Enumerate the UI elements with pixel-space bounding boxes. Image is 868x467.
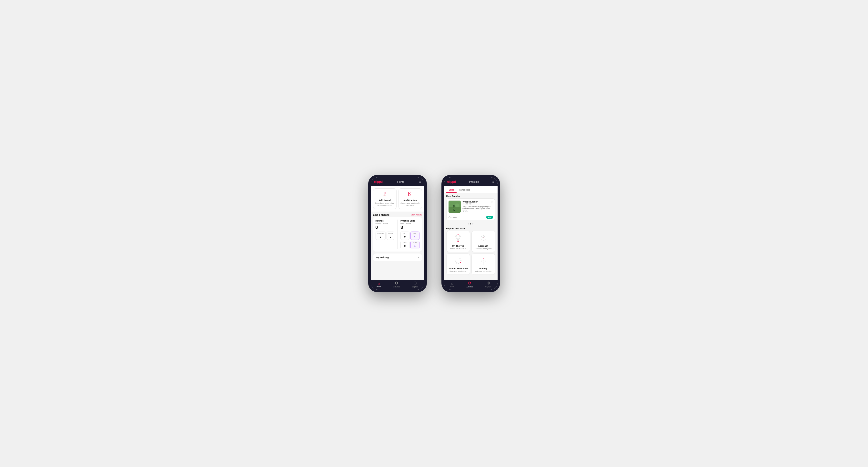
carousel-dots bbox=[444, 222, 498, 225]
drill-card-wedge-ladder[interactable]: Wedge Ladder ☆ 50–100 yds Play 1 shot at… bbox=[446, 198, 495, 220]
putting-desc: Make and lag practice bbox=[475, 270, 492, 272]
ott-label: OTT bbox=[402, 233, 408, 234]
activities-nav-label: Activities bbox=[393, 286, 400, 288]
practice-nav-home[interactable]: ⌂ Home bbox=[450, 281, 454, 288]
practice-label: Practice bbox=[388, 233, 393, 234]
capture-nav-label: Capture bbox=[412, 286, 418, 288]
approach-desc: Dial-in to hit the green bbox=[475, 248, 492, 249]
golf-bag-chevron: › bbox=[418, 256, 419, 259]
svg-point-42 bbox=[483, 259, 484, 260]
putting-name: Putting bbox=[479, 268, 487, 270]
skill-around-green[interactable]: Around The Green Hone your short game bbox=[446, 253, 470, 275]
svg-point-11 bbox=[455, 204, 459, 208]
home-title: Home bbox=[397, 180, 404, 183]
svg-point-43 bbox=[483, 261, 484, 262]
svg-point-4 bbox=[409, 193, 411, 194]
drill-footer: 9 shots APP bbox=[446, 215, 495, 220]
rounds-col: Rounds Rounds Capture 0 Tournament 0 Pra… bbox=[376, 220, 395, 249]
off-the-tee-desc: Power and accuracy bbox=[450, 248, 466, 249]
drill-thumbnail bbox=[448, 200, 461, 213]
tab-drills[interactable]: Drills bbox=[446, 187, 457, 193]
home-screen-content: Add Round Record your shots in fast or e… bbox=[371, 186, 424, 280]
drill-badge: APP bbox=[486, 216, 493, 219]
add-practice-card[interactable]: Add Practice Capture your practice off-t… bbox=[399, 188, 422, 209]
around-green-name: Around The Green bbox=[448, 268, 468, 270]
tab-favourites[interactable]: Favourites bbox=[457, 187, 473, 193]
home-bottom-nav: ⌂ Home Activities Capture bbox=[371, 280, 424, 290]
putt-value: 4 bbox=[414, 245, 415, 247]
phone-practice: clippd Practice ≡ Drills Favourites Most… bbox=[441, 175, 500, 292]
practice-menu-icon[interactable]: ≡ bbox=[492, 180, 494, 184]
practice-capture-nav-icon bbox=[487, 281, 490, 285]
home-nav-icon: ⌂ bbox=[378, 281, 380, 285]
svg-point-46 bbox=[481, 260, 482, 261]
nav-home[interactable]: ⌂ Home bbox=[376, 281, 381, 288]
drills-capture-label: Drills Capture bbox=[400, 223, 420, 224]
off-the-tee-icon-area bbox=[453, 234, 463, 243]
view-activity-link[interactable]: View Activity bbox=[411, 214, 422, 216]
drills-col: Practice Drills Drills Capture 8 OTT 0 A… bbox=[400, 220, 420, 249]
quick-actions-section: Add Round Record your shots in fast or e… bbox=[371, 186, 424, 212]
svg-point-35 bbox=[460, 258, 461, 259]
home-menu-icon[interactable]: ≡ bbox=[419, 180, 421, 184]
putting-icon-area bbox=[478, 256, 488, 266]
rounds-sub-stats: Tournament 0 Practice 0 bbox=[376, 231, 395, 240]
my-golf-bag-label: My Golf Bag bbox=[376, 256, 389, 259]
practice-screen-content: Most Popular bbox=[444, 193, 498, 280]
tournament-value: 0 bbox=[380, 236, 381, 238]
phone-home: clippd Home ≡ bbox=[368, 175, 427, 292]
practice-activities-nav-label: Activities bbox=[467, 286, 473, 288]
dot-2[interactable] bbox=[470, 223, 471, 224]
practice-home-nav-icon: ⌂ bbox=[451, 281, 453, 285]
favourite-star-icon[interactable]: ☆ bbox=[491, 200, 493, 203]
svg-point-38 bbox=[458, 263, 459, 264]
stats-title: Last 3 Months bbox=[373, 214, 390, 216]
home-logo: clippd bbox=[374, 180, 383, 184]
add-round-card[interactable]: Add Round Record your shots in fast or e… bbox=[373, 188, 397, 209]
svg-point-12 bbox=[453, 205, 455, 207]
practice-nav-capture[interactable]: Capture bbox=[485, 281, 492, 288]
svg-rect-10 bbox=[448, 207, 461, 213]
rounds-capture-label: Rounds Capture bbox=[376, 223, 395, 224]
skill-off-the-tee[interactable]: Off The Tee Power and accuracy bbox=[446, 231, 470, 252]
dot-3[interactable] bbox=[472, 223, 473, 224]
practice-activities-nav-icon bbox=[468, 281, 471, 285]
arg-stat: ARG 0 bbox=[400, 241, 409, 249]
drill-title: Wedge Ladder bbox=[463, 200, 478, 203]
ott-value: 0 bbox=[404, 236, 406, 238]
add-practice-desc: Capture your practice off-the-course bbox=[400, 202, 420, 207]
practice-bottom-nav: ⌂ Home Activities Capture bbox=[444, 280, 498, 290]
my-golf-bag-item[interactable]: My Golf Bag › bbox=[373, 253, 422, 261]
svg-point-31 bbox=[485, 239, 486, 240]
svg-marker-2 bbox=[385, 192, 386, 194]
add-practice-icon bbox=[407, 191, 413, 198]
practice-value: 0 bbox=[390, 236, 391, 238]
nav-capture[interactable]: Capture bbox=[412, 281, 418, 288]
svg-point-23 bbox=[458, 241, 459, 242]
app-stat: APP 4 bbox=[410, 231, 420, 240]
skill-putting[interactable]: Putting Make and lag practice bbox=[471, 253, 495, 275]
practice-nav-activities[interactable]: Activities bbox=[467, 281, 473, 288]
drill-description: Play 1 shot at each target yardage. If y… bbox=[463, 206, 493, 212]
around-green-desc: Hone your short game bbox=[450, 270, 466, 272]
add-round-icon bbox=[382, 191, 388, 198]
drill-subtitle: 50–100 yds bbox=[463, 203, 493, 205]
arg-value: 0 bbox=[404, 245, 406, 247]
drill-card-content: Wedge Ladder ☆ 50–100 yds Play 1 shot at… bbox=[446, 198, 495, 215]
svg-line-33 bbox=[482, 237, 483, 238]
arg-label: ARG bbox=[402, 242, 408, 244]
skill-approach[interactable]: Approach Dial-in to hit the green bbox=[471, 231, 495, 252]
drills-sub-stats-2: ARG 0 PUTT 4 bbox=[400, 241, 420, 249]
drill-shots: 9 shots bbox=[448, 216, 457, 218]
rounds-title: Rounds bbox=[376, 220, 395, 222]
svg-point-45 bbox=[485, 260, 486, 261]
svg-point-41 bbox=[483, 258, 484, 259]
home-nav-label: Home bbox=[376, 286, 381, 287]
add-round-title: Add Round bbox=[379, 199, 391, 201]
home-header: clippd Home ≡ bbox=[371, 177, 424, 186]
svg-point-44 bbox=[483, 263, 484, 264]
dot-1[interactable] bbox=[468, 223, 469, 224]
nav-activities[interactable]: Activities bbox=[393, 281, 400, 288]
capture-nav-icon bbox=[413, 281, 417, 285]
practice-title: Practice bbox=[469, 180, 479, 183]
